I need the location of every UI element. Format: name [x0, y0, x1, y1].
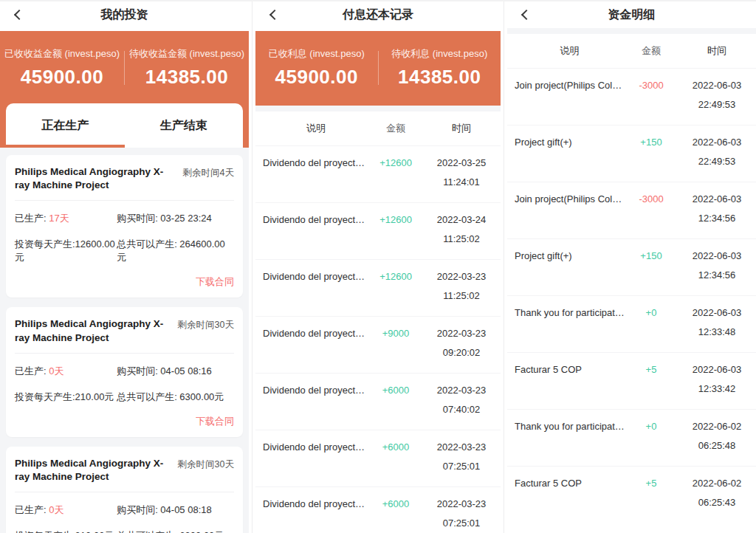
tabs-card: 正在生产 生产结束 [6, 103, 243, 148]
record-time: 2022-03-2307:40:02 [422, 385, 501, 430]
record-amount: +150 [625, 250, 678, 295]
record-time: 2022-03-2511:24:01 [422, 157, 501, 202]
daily-output: 投资每天产生:210.00元 [15, 529, 117, 533]
record-amount: -3000 [625, 80, 678, 125]
project-title: Philips Medical Angiography X-ray Machin… [15, 165, 176, 192]
interest-record-list: Dividendo del proyecto-(Philips... +1260… [255, 145, 501, 533]
stat-value: 45900.00 [0, 66, 124, 89]
download-contract-link[interactable]: 下载合同 [15, 275, 234, 289]
table-header: 说明 金额 时间 [507, 34, 756, 68]
chevron-left-icon [521, 10, 532, 20]
stat-value: 45900.00 [255, 66, 378, 89]
record-description: Dividendo del proyecto-(Philips... [255, 271, 369, 316]
record-amount: +6000 [369, 385, 422, 430]
col-header-time: 时间 [678, 44, 756, 58]
fund-record-list: Join project(Philips Color Porta... -300… [507, 68, 756, 523]
stat-received-interest: 已收利息 (invest.peso) 45900.00 [255, 47, 378, 89]
record-description: Dividendo del proyecto-(Philips... [255, 385, 369, 430]
record-amount: +6000 [369, 498, 422, 533]
tab-label: 生产结束 [160, 118, 207, 134]
page-title: 我的投资 [101, 7, 148, 23]
tab-in-production[interactable]: 正在生产 [6, 103, 125, 148]
back-button[interactable] [7, 1, 28, 28]
nav-bar: 我的投资 [0, 1, 249, 28]
record-description: Dividendo del proyecto-(Philips... [255, 157, 369, 202]
stat-pending-interest: 待收利息 (invest.peso) 14385.00 [379, 47, 501, 89]
record-amount: +150 [625, 137, 678, 182]
record-amount: +0 [625, 421, 678, 466]
screen-fund-details: 资金明细 说明 金额 时间 Join project(Philips Color… [507, 1, 756, 533]
project-list: Philips Medical Angiography X-ray Machin… [0, 148, 249, 533]
nav-bar: 付息还本记录 [255, 1, 501, 28]
stat-label: 待收收益金额 (invest.peso) [125, 47, 249, 61]
table-row: Join project(Philips Color Porta... -300… [507, 68, 756, 125]
produced-days: 已生产: 0天 [15, 503, 117, 517]
daily-output: 投资每天产生:210.00元 [15, 391, 117, 404]
project-card: Philips Medical Angiography X-ray Machin… [6, 307, 243, 436]
record-time: 2022-06-0206:25:43 [678, 478, 756, 523]
record-amount: +0 [625, 307, 678, 352]
screen-my-investment: 我的投资 已收收益金额 (invest.peso) 45900.00 待收收益金… [0, 1, 249, 533]
page-title: 付息还本记录 [343, 7, 413, 23]
stat-value: 14385.00 [379, 66, 501, 89]
screen-separator [249, 1, 255, 533]
project-title: Philips Medical Angiography X-ray Machin… [15, 317, 171, 344]
col-header-amount: 金额 [625, 44, 678, 58]
back-button[interactable] [263, 1, 284, 28]
produced-days: 已生产: 0天 [15, 365, 117, 378]
total-output: 总共可以产生: 6300.00元 [117, 391, 234, 404]
stat-label: 待收利息 (invest.peso) [379, 47, 501, 61]
total-output: 总共可以产生: 264600.00元 [117, 238, 234, 264]
table-row: Dividendo del proyecto-(Philips... +6000… [255, 430, 501, 486]
tab-production-ended[interactable]: 生产结束 [125, 103, 244, 148]
record-time: 2022-06-0312:34:56 [678, 250, 756, 295]
record-description: Dividendo del proyecto-(Philips... [255, 328, 369, 373]
tab-label: 正在生产 [41, 118, 89, 134]
section-spacer [255, 106, 501, 111]
remaining-time-label: 剩余时间4天 [183, 165, 234, 192]
project-card: Philips Medical Angiography X-ray Machin… [6, 447, 243, 533]
purchase-time: 购买时间: 04-05 08:16 [117, 365, 234, 378]
stats-row: 已收利息 (invest.peso) 45900.00 待收利息 (invest… [255, 31, 501, 89]
table-row: Join project(Philips Color Porta... -300… [507, 182, 756, 238]
record-time: 2022-06-0322:49:53 [678, 137, 756, 182]
remaining-time-label: 剩余时间30天 [178, 317, 234, 344]
table-row: Dividendo del proyecto-(Philips... +1260… [255, 145, 501, 202]
page-title: 资金明细 [608, 7, 656, 23]
record-amount: -3000 [625, 193, 678, 238]
col-header-time: 时间 [422, 122, 501, 135]
card-divider [15, 200, 234, 201]
table-header: 说明 金额 时间 [255, 111, 501, 145]
three-screen-layout: 我的投资 已收收益金额 (invest.peso) 45900.00 待收收益金… [0, 0, 756, 533]
record-description: Facturar 5 COP [507, 478, 625, 523]
table-row: Thank you for participating, pri... +0 2… [507, 409, 756, 466]
record-time: 2022-03-2307:25:01 [422, 498, 501, 533]
card-divider [15, 492, 234, 492]
record-time: 2022-06-0312:33:42 [678, 364, 756, 409]
produced-days: 已生产: 17天 [15, 212, 117, 225]
record-time: 2022-06-0312:33:48 [678, 307, 756, 352]
stat-label: 已收利息 (invest.peso) [255, 47, 378, 61]
record-description: Facturar 5 COP [507, 364, 625, 409]
back-button[interactable] [515, 1, 535, 28]
download-contract-link[interactable]: 下载合同 [15, 415, 234, 428]
purchase-time: 购买时间: 03-25 23:24 [117, 212, 234, 225]
table-row: Dividendo del proyecto-(Philips... +6000… [255, 373, 501, 430]
project-card: Philips Medical Angiography X-ray Machin… [6, 155, 243, 298]
table-row: Dividendo del proyecto-(Philips... +1260… [255, 202, 501, 259]
table-row: Thank you for participating, pri... +0 2… [507, 295, 756, 352]
record-amount: +5 [625, 364, 678, 409]
nav-bar: 资金明细 [507, 1, 756, 28]
record-time: 2022-03-2311:25:02 [422, 271, 501, 316]
table-row: Facturar 5 COP +5 2022-06-0206:25:43 [507, 466, 756, 523]
record-time: 2022-03-2309:20:02 [422, 328, 501, 373]
col-header-amount: 金额 [369, 122, 422, 135]
stats-row: 已收收益金额 (invest.peso) 45900.00 待收收益金额 (in… [0, 31, 249, 89]
col-header-description: 说明 [255, 122, 369, 135]
project-title: Philips Medical Angiography X-ray Machin… [15, 457, 171, 484]
record-description: Join project(Philips Color Porta... [507, 193, 625, 238]
record-description: Thank you for participating, pri... [507, 307, 625, 352]
section-spacer [507, 28, 756, 34]
record-amount: +12600 [369, 271, 422, 316]
record-description: Dividendo del proyecto-(Philips... [255, 498, 369, 533]
